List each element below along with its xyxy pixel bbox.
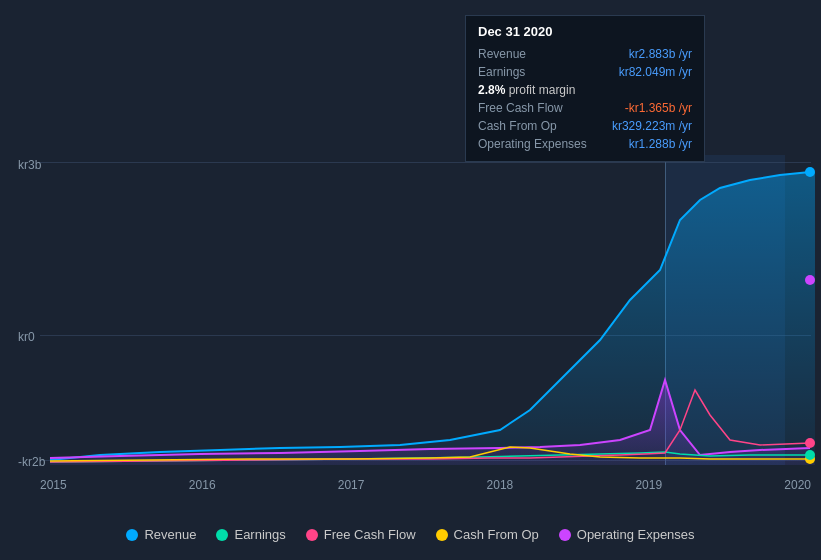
legend-opexp[interactable]: Operating Expenses	[559, 527, 695, 542]
svg-point-5	[805, 450, 815, 460]
x-label-2019: 2019	[635, 478, 662, 492]
tooltip-revenue-value: kr2.883b /yr	[629, 47, 692, 61]
legend-earnings-dot	[216, 529, 228, 541]
legend-cashfromop[interactable]: Cash From Op	[436, 527, 539, 542]
tooltip-revenue: Revenue kr2.883b /yr	[478, 45, 692, 63]
x-label-2018: 2018	[487, 478, 514, 492]
svg-point-1	[805, 167, 815, 177]
legend-fcf-label: Free Cash Flow	[324, 527, 416, 542]
chart-container: kr3b kr0 -kr2b 2015 2016 2017 2018 2019 …	[0, 0, 821, 560]
svg-point-2	[805, 275, 815, 285]
tooltip-date: Dec 31 2020	[478, 24, 692, 39]
legend-opexp-dot	[559, 529, 571, 541]
tooltip-revenue-label: Revenue	[478, 47, 526, 61]
legend-revenue-label: Revenue	[144, 527, 196, 542]
profit-margin-value: 2.8%	[478, 83, 505, 97]
tooltip-fcf-label: Free Cash Flow	[478, 101, 563, 115]
y-axis-bot: -kr2b	[18, 455, 45, 469]
tooltip-earnings-value: kr82.049m /yr	[619, 65, 692, 79]
legend-fcf-dot	[306, 529, 318, 541]
x-label-2016: 2016	[189, 478, 216, 492]
x-axis: 2015 2016 2017 2018 2019 2020	[40, 478, 811, 492]
tooltip-opexp: Operating Expenses kr1.288b /yr	[478, 135, 692, 153]
tooltip-cashfromop-label: Cash From Op	[478, 119, 557, 133]
legend-cashfromop-label: Cash From Op	[454, 527, 539, 542]
legend: Revenue Earnings Free Cash Flow Cash Fro…	[0, 527, 821, 542]
x-label-2017: 2017	[338, 478, 365, 492]
legend-cashfromop-dot	[436, 529, 448, 541]
tooltip-fcf: Free Cash Flow -kr1.365b /yr	[478, 99, 692, 117]
legend-opexp-label: Operating Expenses	[577, 527, 695, 542]
tooltip-opexp-value: kr1.288b /yr	[629, 137, 692, 151]
tooltip-earnings: Earnings kr82.049m /yr	[478, 63, 692, 81]
tooltip: Dec 31 2020 Revenue kr2.883b /yr Earning…	[465, 15, 705, 162]
y-axis-mid: kr0	[18, 330, 35, 344]
legend-earnings-label: Earnings	[234, 527, 285, 542]
tooltip-earnings-label: Earnings	[478, 65, 525, 79]
legend-earnings[interactable]: Earnings	[216, 527, 285, 542]
legend-revenue[interactable]: Revenue	[126, 527, 196, 542]
tooltip-cashfromop-value: kr329.223m /yr	[612, 119, 692, 133]
tooltip-fcf-value: -kr1.365b /yr	[625, 101, 692, 115]
legend-revenue-dot	[126, 529, 138, 541]
legend-fcf[interactable]: Free Cash Flow	[306, 527, 416, 542]
y-axis-top: kr3b	[18, 158, 41, 172]
x-label-2015: 2015	[40, 478, 67, 492]
svg-point-3	[805, 438, 815, 448]
x-label-2020: 2020	[784, 478, 811, 492]
tooltip-profit-margin: 2.8% profit margin	[478, 81, 692, 99]
tooltip-opexp-label: Operating Expenses	[478, 137, 587, 151]
tooltip-cashfromop: Cash From Op kr329.223m /yr	[478, 117, 692, 135]
